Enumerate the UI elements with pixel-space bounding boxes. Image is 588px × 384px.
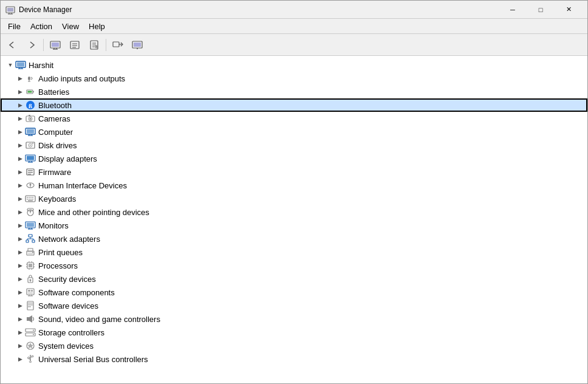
tree-sound[interactable]: ▶ Sound, video and game controllers	[1, 312, 587, 326]
tree-audio[interactable]: ▶ Audio inputs and outputs	[1, 72, 587, 85]
computer-expander[interactable]: ▶	[15, 127, 25, 137]
list-button[interactable]	[66, 36, 84, 53]
menu-action[interactable]: Action	[26, 20, 57, 33]
toolbar-separator-2	[106, 39, 106, 51]
svg-point-62	[30, 184, 32, 186]
svg-rect-69	[29, 199, 30, 200]
monitors-label: Monitors	[38, 221, 69, 230]
back-button[interactable]	[3, 36, 21, 53]
properties-button[interactable]: i	[85, 36, 103, 53]
tree-monitors[interactable]: ▶ Monitors	[1, 219, 587, 232]
svg-rect-1	[7, 8, 13, 12]
cameras-icon	[25, 113, 36, 124]
scan-button[interactable]	[109, 36, 127, 53]
batteries-expander[interactable]: ▶	[15, 87, 25, 97]
keyboards-expander[interactable]: ▶	[15, 194, 25, 204]
tree-processors[interactable]: ▶ Processors	[1, 259, 587, 272]
processors-expander[interactable]: ▶	[15, 261, 25, 270]
security-label: Security devices	[38, 275, 96, 284]
bluetooth-icon: ß	[25, 100, 36, 111]
svg-rect-125	[32, 356, 33, 357]
svg-rect-109	[28, 293, 33, 294]
audio-label: Audio inputs and outputs	[38, 74, 125, 83]
cameras-expander[interactable]: ▶	[15, 114, 25, 123]
svg-rect-43	[27, 129, 34, 134]
security-expander[interactable]: ▶	[15, 274, 25, 284]
display-expander[interactable]: ▶	[15, 154, 25, 163]
manage-button[interactable]	[128, 36, 146, 53]
softcomp-expander[interactable]: ▶	[15, 287, 25, 297]
forward-button[interactable]	[22, 36, 41, 53]
close-button[interactable]: ✕	[555, 1, 583, 19]
softcomp-label: Software components	[38, 288, 115, 297]
tree-mice[interactable]: ▶ Mice and other pointing devices	[1, 205, 587, 219]
sysdev-expander[interactable]: ▶	[15, 341, 25, 351]
monitors-expander[interactable]: ▶	[15, 221, 25, 230]
print-expander[interactable]: ▶	[15, 247, 25, 257]
svg-rect-23	[134, 43, 141, 47]
svg-rect-58	[28, 172, 33, 173]
root-expander[interactable]: ▼	[5, 60, 15, 70]
softdev-label: Software devices	[38, 301, 98, 310]
tree-security[interactable]: ▶ Security devices	[1, 272, 587, 286]
tree-disk[interactable]: ▶ Disk drives	[1, 139, 587, 152]
softdev-expander[interactable]: ▶	[15, 301, 25, 310]
batteries-label: Batteries	[38, 87, 69, 97]
svg-rect-72	[28, 201, 33, 202]
print-label: Print queues	[38, 248, 83, 257]
processors-label: Processors	[38, 261, 78, 270]
tree-keyboards[interactable]: ▶ Keyboards	[1, 192, 587, 205]
tree-print[interactable]: ▶ Print queues	[1, 245, 587, 259]
svg-rect-34	[33, 91, 34, 92]
tree-content[interactable]: ▼ Harshit ▶	[1, 56, 587, 383]
tree-bluetooth[interactable]: ▶ ß Bluetooth	[1, 98, 587, 112]
tree-softdev[interactable]: ▶ Software devices	[1, 299, 587, 312]
svg-point-120	[33, 330, 34, 331]
mouse-icon	[25, 207, 36, 218]
menu-view[interactable]: View	[57, 20, 84, 33]
svg-rect-117	[27, 317, 29, 321]
sound-expander[interactable]: ▶	[15, 314, 25, 324]
audio-icon	[25, 73, 36, 84]
bluetooth-expander[interactable]: ▶	[15, 100, 25, 110]
menu-file[interactable]: File	[3, 20, 26, 33]
svg-rect-70	[30, 199, 32, 200]
root-label: Harshit	[29, 61, 53, 70]
tree-cameras[interactable]: ▶ Cameras	[1, 112, 587, 125]
tree-softcomp[interactable]: ▶ Software components	[1, 286, 587, 299]
tree-firmware[interactable]: ▶ Firmware	[1, 165, 587, 179]
tree-hid[interactable]: ▶ Human Interface Devices	[1, 179, 587, 192]
storage-expander[interactable]: ▶	[15, 327, 25, 337]
tree-storage[interactable]: ▶ Storage controllers	[1, 326, 587, 339]
firmware-expander[interactable]: ▶	[15, 167, 25, 177]
usb-expander[interactable]: ▶	[15, 354, 25, 364]
sysdev-label: System devices	[38, 341, 94, 351]
svg-text:ß: ß	[29, 102, 32, 109]
tree-usb[interactable]: ▶ Universal Serial Bus controllers	[1, 352, 587, 366]
maximize-button[interactable]: □	[527, 1, 555, 19]
tree-root[interactable]: ▼ Harshit	[1, 58, 587, 72]
minimize-button[interactable]: ─	[499, 1, 527, 19]
svg-rect-82	[29, 235, 32, 237]
computer-tree-icon	[25, 126, 36, 137]
tree-sysdev[interactable]: ▶ System devices	[1, 339, 587, 352]
svg-point-50	[32, 143, 33, 144]
tree-computer[interactable]: ▶ Computer	[1, 125, 587, 139]
tree-network[interactable]: ▶ Network adapters	[1, 232, 587, 245]
mice-expander[interactable]: ▶	[15, 207, 25, 217]
disk-label: Disk drives	[38, 141, 77, 150]
disk-expander[interactable]: ▶	[15, 140, 25, 150]
show-hide-button[interactable]	[46, 36, 64, 53]
network-expander[interactable]: ▶	[15, 234, 25, 244]
svg-rect-57	[28, 170, 33, 171]
tree-display[interactable]: ▶ Display adapters	[1, 152, 587, 165]
menu-help[interactable]: Help	[84, 20, 110, 33]
audio-expander[interactable]: ▶	[15, 74, 25, 83]
keyboard-icon	[25, 193, 36, 204]
tree-batteries[interactable]: ▶ Batteries	[1, 85, 587, 98]
hid-expander[interactable]: ▶	[15, 180, 25, 190]
softcomp-icon	[25, 287, 36, 298]
monitor-icon	[25, 220, 36, 231]
svg-rect-66	[30, 197, 32, 198]
svg-point-24	[137, 48, 138, 49]
